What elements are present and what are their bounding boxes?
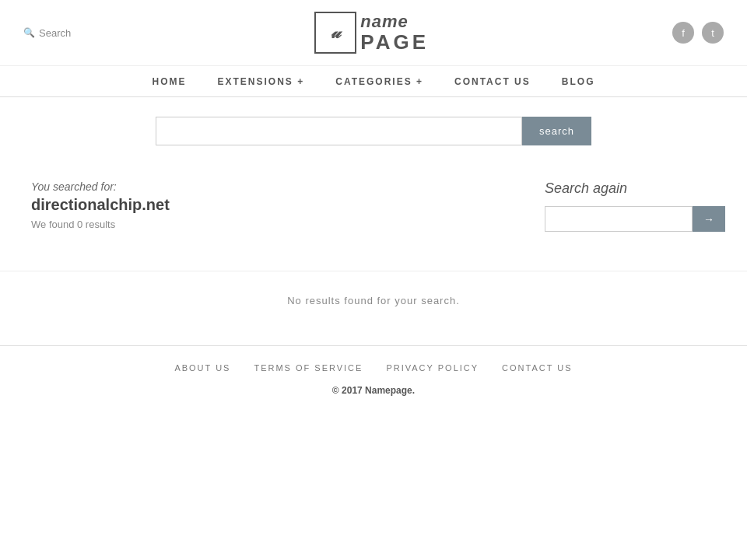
logo-page: PAGE	[360, 31, 429, 54]
site-header: 🔍 Search 𝓊 name PAGE f t	[0, 0, 747, 66]
search-again-panel: Search again →	[545, 180, 716, 232]
searched-term: directionalchip.net	[31, 196, 545, 214]
logo-name: name	[360, 12, 429, 31]
copyright-suffix: .	[412, 385, 415, 396]
search-icon: 🔍	[23, 27, 35, 38]
nav-item-contact: CONTACT US	[454, 75, 531, 87]
nav-item-home: HOME	[153, 75, 187, 87]
results-count: We found 0 results	[31, 219, 545, 230]
footer-link-about[interactable]: ABOUT US	[174, 363, 230, 373]
search-again-title: Search again	[545, 180, 716, 197]
no-results-text: No results found for your search.	[0, 295, 747, 306]
nav-link-categories[interactable]: CATEGORIES +	[335, 76, 423, 87]
logo-box: 𝓊	[314, 12, 356, 54]
site-footer: ABOUT US TERMS OF SERVICE PRIVACY POLICY…	[0, 345, 747, 404]
footer-links: ABOUT US TERMS OF SERVICE PRIVACY POLICY…	[0, 363, 747, 373]
main-content: You searched for: directionalchip.net We…	[0, 157, 747, 271]
social-links: f t	[672, 22, 724, 44]
nav-link-contact[interactable]: CONTACT US	[454, 76, 531, 87]
search-bar-section: search	[0, 97, 747, 157]
copyright-brand: Namepage	[365, 385, 412, 396]
searched-for-label: You searched for:	[31, 180, 545, 193]
main-nav: HOME EXTENSIONS + CATEGORIES + CONTACT U…	[0, 66, 747, 97]
search-again-button[interactable]: →	[693, 206, 725, 232]
nav-list: HOME EXTENSIONS + CATEGORIES + CONTACT U…	[0, 75, 747, 87]
site-logo[interactable]: 𝓊 name PAGE	[314, 12, 429, 54]
header-search[interactable]: 🔍 Search	[23, 27, 71, 39]
search-again-input[interactable]	[545, 206, 693, 232]
search-button[interactable]: search	[522, 117, 591, 145]
search-input[interactable]	[156, 117, 522, 145]
logo-text: name PAGE	[360, 12, 429, 54]
footer-link-contact[interactable]: CONTACT US	[502, 363, 573, 373]
twitter-icon: t	[711, 27, 714, 39]
nav-item-categories: CATEGORIES +	[335, 75, 423, 87]
copyright-prefix: © 2017	[332, 385, 365, 396]
header-search-label: Search	[39, 27, 71, 39]
search-bar-container: search	[156, 117, 591, 145]
footer-link-privacy[interactable]: PRIVACY POLICY	[386, 363, 479, 373]
no-results-section: No results found for your search.	[0, 271, 747, 345]
search-result: You searched for: directionalchip.net We…	[31, 180, 545, 230]
twitter-link[interactable]: t	[702, 22, 724, 44]
nav-link-home[interactable]: HOME	[153, 76, 187, 87]
footer-link-terms[interactable]: TERMS OF SERVICE	[254, 363, 363, 373]
nav-item-blog: BLOG	[562, 75, 595, 87]
facebook-icon: f	[682, 27, 685, 39]
nav-item-extensions: EXTENSIONS +	[218, 75, 305, 87]
nav-link-blog[interactable]: BLOG	[562, 76, 595, 87]
search-again-form: →	[545, 206, 716, 232]
facebook-link[interactable]: f	[672, 22, 694, 44]
nav-link-extensions[interactable]: EXTENSIONS +	[218, 76, 305, 87]
footer-copyright: © 2017 Namepage.	[0, 385, 747, 396]
logo-symbol: 𝓊	[331, 23, 340, 43]
